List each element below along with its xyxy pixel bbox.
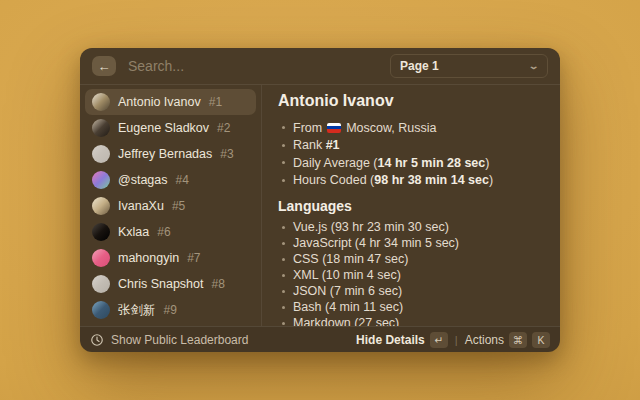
detail-title: Antonio Ivanov — [278, 92, 544, 110]
user-avatar — [92, 171, 110, 189]
leaderboard-row[interactable]: IvanaXu#5 — [85, 193, 256, 219]
back-arrow-icon: ← — [98, 60, 111, 73]
command-palette-window: ← Page 1 ⌄ Antonio Ivanov#1Eugene Sladko… — [80, 48, 560, 352]
user-rank: #6 — [157, 225, 170, 239]
actions-button[interactable]: Actions ⌘ K — [465, 332, 550, 348]
leaderboard-row[interactable]: 张剑新#9 — [85, 297, 256, 323]
app-label: Show Public Leaderboard — [111, 333, 248, 347]
leaderboard-row[interactable]: @stagas#4 — [85, 167, 256, 193]
language-item: CSS (18 min 47 sec) — [278, 251, 544, 267]
leaderboard-row[interactable]: Kxlaa#6 — [85, 219, 256, 245]
detail-fact: Daily Average (14 hr 5 min 28 sec) — [278, 154, 544, 172]
user-rank: #8 — [211, 277, 224, 291]
user-rank: #9 — [164, 303, 177, 317]
user-name: Chris Snapshot — [118, 277, 203, 291]
page-dropdown[interactable]: Page 1 ⌄ — [390, 54, 548, 78]
user-avatar — [92, 223, 110, 241]
leaderboard-row[interactable]: mahongyin#7 — [85, 245, 256, 271]
user-avatar — [92, 119, 110, 137]
user-avatar — [92, 145, 110, 163]
user-name: mahongyin — [118, 251, 179, 265]
user-name: Jeffrey Bernadas — [118, 147, 212, 161]
user-name: Antonio Ivanov — [118, 95, 201, 109]
detail-panel: Antonio Ivanov FromMoscow, RussiaRank #1… — [262, 85, 560, 326]
detail-facts: FromMoscow, RussiaRank #1Daily Average (… — [278, 119, 544, 189]
user-avatar — [92, 301, 110, 319]
user-rank: #4 — [176, 173, 189, 187]
main-content: Antonio Ivanov#1Eugene Sladkov#2Jeffrey … — [80, 85, 560, 326]
user-avatar — [92, 275, 110, 293]
language-item: JSON (7 min 6 sec) — [278, 283, 544, 299]
statusbar-divider: | — [455, 334, 458, 346]
user-name: Eugene Sladkov — [118, 121, 209, 135]
leaderboard-row[interactable]: Jeffrey Bernadas#3 — [85, 141, 256, 167]
leaderboard-row[interactable]: Antonio Ivanov#1 — [85, 89, 256, 115]
user-name: @stagas — [118, 173, 168, 187]
detail-fact: FromMoscow, Russia — [278, 119, 544, 137]
language-item: JavaScript (4 hr 34 min 5 sec) — [278, 235, 544, 251]
user-avatar — [92, 93, 110, 111]
user-rank: #5 — [172, 199, 185, 213]
user-name: Kxlaa — [118, 225, 149, 239]
user-rank: #2 — [217, 121, 230, 135]
russia-flag-icon — [327, 123, 341, 133]
languages-list: Vue.js (93 hr 23 min 30 sec)JavaScript (… — [278, 219, 544, 326]
detail-fact: Hours Coded (98 hr 38 min 14 sec) — [278, 172, 544, 190]
top-bar: ← Page 1 ⌄ — [80, 48, 560, 85]
language-item: XML (10 min 4 sec) — [278, 267, 544, 283]
chevron-down-icon: ⌄ — [529, 61, 540, 71]
user-avatar — [92, 197, 110, 215]
user-name: IvanaXu — [118, 199, 164, 213]
leaderboard-row[interactable]: Chris Snapshot#8 — [85, 271, 256, 297]
k-key-icon: K — [532, 332, 550, 348]
language-item: Markdown (27 sec) — [278, 315, 544, 326]
search-input[interactable] — [126, 57, 380, 75]
page-dropdown-value: Page 1 — [400, 59, 439, 73]
language-item: Vue.js (93 hr 23 min 30 sec) — [278, 219, 544, 235]
user-avatar — [92, 249, 110, 267]
languages-heading: Languages — [278, 198, 544, 214]
leaderboard-list: Antonio Ivanov#1Eugene Sladkov#2Jeffrey … — [80, 85, 262, 326]
actions-label: Actions — [465, 333, 504, 347]
user-rank: #1 — [209, 95, 222, 109]
back-button[interactable]: ← — [92, 56, 116, 76]
language-item: Bash (4 min 11 sec) — [278, 299, 544, 315]
status-bar: Show Public Leaderboard Hide Details ↵ |… — [80, 326, 560, 352]
user-rank: #3 — [220, 147, 233, 161]
user-name: 张剑新 — [118, 302, 156, 319]
leaderboard-row[interactable]: Eugene Sladkov#2 — [85, 115, 256, 141]
enter-key-icon: ↵ — [430, 332, 448, 348]
hide-details-button[interactable]: Hide Details ↵ — [356, 332, 448, 348]
wakatime-clock-icon — [90, 333, 104, 347]
user-rank: #7 — [187, 251, 200, 265]
hide-details-label: Hide Details — [356, 333, 425, 347]
detail-fact: Rank #1 — [278, 137, 544, 155]
command-key-icon: ⌘ — [509, 332, 527, 348]
